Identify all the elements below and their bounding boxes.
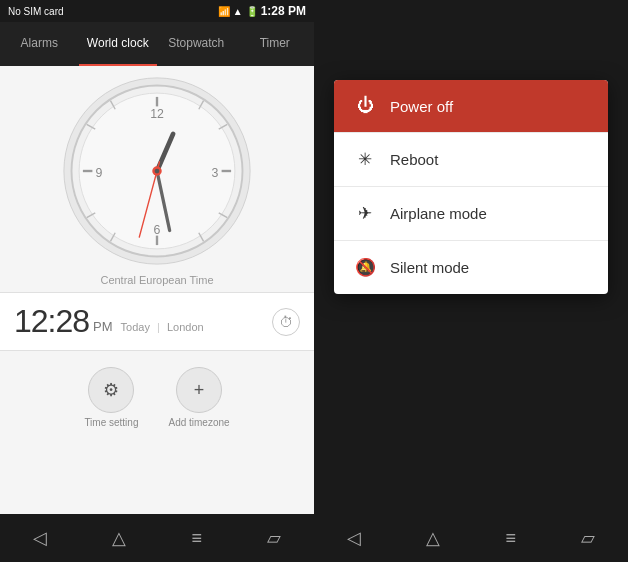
right-home-icon[interactable]: △ bbox=[426, 527, 440, 549]
today-label: Today | London bbox=[121, 321, 204, 333]
time-setting-label: Time setting bbox=[84, 417, 138, 428]
tab-timer[interactable]: Timer bbox=[236, 22, 315, 66]
analog-clock: 12 3 6 9 bbox=[62, 76, 252, 266]
wifi-icon: ▲ bbox=[233, 6, 243, 17]
silent-label: Silent mode bbox=[390, 259, 469, 276]
left-nav-bar: ◁ △ ≡ ▱ bbox=[0, 514, 314, 562]
airplane-label: Airplane mode bbox=[390, 205, 487, 222]
clock-detail-button[interactable]: ⏱ bbox=[272, 308, 300, 336]
reboot-icon: ✳ bbox=[354, 149, 376, 170]
right-nav-bar: ◁ △ ≡ ▱ bbox=[314, 514, 628, 562]
power-icon: ⏻ bbox=[354, 96, 376, 116]
power-menu: ⏻ Power off ✳ Reboot ✈ Airplane mode 🔕 S… bbox=[334, 80, 608, 294]
svg-text:12: 12 bbox=[150, 107, 164, 121]
battery-icon: 🔋 bbox=[246, 6, 258, 17]
reboot-item[interactable]: ✳ Reboot bbox=[334, 132, 608, 186]
reboot-label: Reboot bbox=[390, 151, 438, 168]
gear-icon: ⚙ bbox=[103, 379, 119, 401]
silent-icon: 🔕 bbox=[354, 257, 376, 278]
power-off-label: Power off bbox=[390, 98, 453, 115]
tab-world-clock[interactable]: World clock bbox=[79, 22, 158, 66]
digital-time-row: 12:28 PM Today | London ⏱ bbox=[0, 292, 314, 351]
add-timezone-label: Add timezone bbox=[168, 417, 229, 428]
svg-text:9: 9 bbox=[96, 166, 103, 180]
right-back-icon[interactable]: ◁ bbox=[347, 527, 361, 549]
right-menu-icon[interactable]: ≡ bbox=[505, 528, 516, 549]
left-panel: No SIM card 📶 ▲ 🔋 1:28 PM Alarms World c… bbox=[0, 0, 314, 562]
svg-point-23 bbox=[155, 169, 160, 174]
status-icons: 📶 ▲ 🔋 1:28 PM bbox=[218, 4, 306, 18]
status-time: 1:28 PM bbox=[261, 4, 306, 18]
add-icon: + bbox=[194, 380, 205, 401]
svg-text:3: 3 bbox=[212, 166, 219, 180]
home-icon[interactable]: △ bbox=[112, 527, 126, 549]
status-bar: No SIM card 📶 ▲ 🔋 1:28 PM bbox=[0, 0, 314, 22]
menu-icon[interactable]: ≡ bbox=[191, 528, 202, 549]
tab-bar: Alarms World clock Stopwatch Timer bbox=[0, 22, 314, 66]
airplane-icon: ✈ bbox=[354, 203, 376, 224]
add-timezone-button[interactable]: + Add timezone bbox=[168, 367, 229, 428]
airplane-mode-item[interactable]: ✈ Airplane mode bbox=[334, 186, 608, 240]
power-off-item[interactable]: ⏻ Power off bbox=[334, 80, 608, 132]
clock-area: 12 3 6 9 Central European Time 12:28 bbox=[0, 66, 314, 514]
silent-mode-item[interactable]: 🔕 Silent mode bbox=[334, 240, 608, 294]
svg-text:6: 6 bbox=[154, 223, 161, 237]
ampm-label: PM bbox=[93, 319, 113, 334]
tab-stopwatch[interactable]: Stopwatch bbox=[157, 22, 236, 66]
carrier-text: No SIM card bbox=[8, 6, 64, 17]
back-icon[interactable]: ◁ bbox=[33, 527, 47, 549]
right-panel: ⏻ Power off ✳ Reboot ✈ Airplane mode 🔕 S… bbox=[314, 0, 628, 562]
right-recent-icon[interactable]: ▱ bbox=[581, 527, 595, 549]
bottom-buttons: ⚙ Time setting + Add timezone bbox=[84, 351, 229, 436]
timezone-label: Central European Time bbox=[100, 274, 213, 286]
tab-alarms[interactable]: Alarms bbox=[0, 22, 79, 66]
signal-icon: 📶 bbox=[218, 6, 230, 17]
recent-icon[interactable]: ▱ bbox=[267, 527, 281, 549]
time-setting-button[interactable]: ⚙ Time setting bbox=[84, 367, 138, 428]
digital-time: 12:28 bbox=[14, 303, 89, 340]
